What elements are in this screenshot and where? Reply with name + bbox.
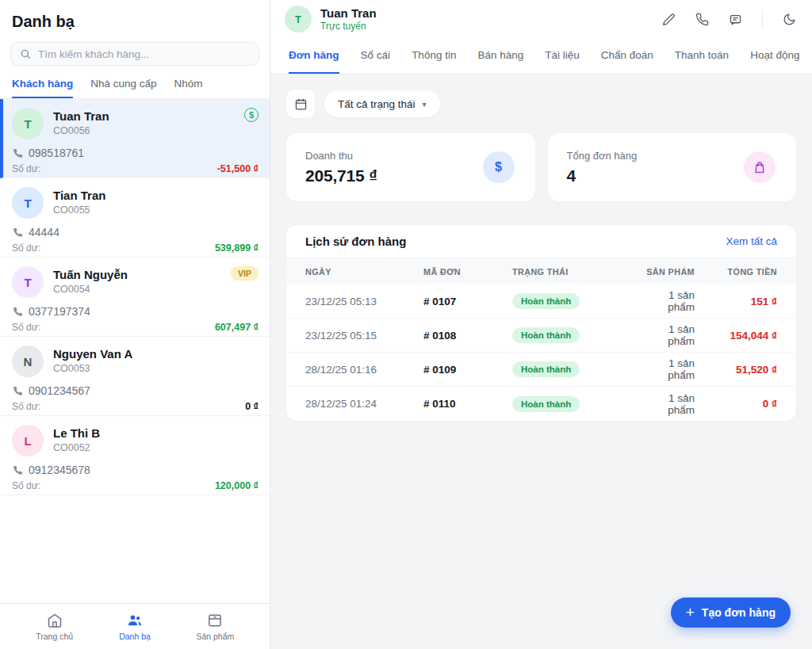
filter-row: Tất cả trạng thái ▾ [285, 89, 797, 119]
phone-icon [13, 148, 23, 158]
order-status: Hoàn thành [512, 396, 639, 412]
status-badge: Hoàn thành [512, 327, 580, 343]
customer-name: Tian Tran [53, 187, 105, 203]
customer-detail-panel: T Tuan Tran Trực tuyến Đơn hàng Sổ cái T… [270, 0, 812, 649]
nav-item-contacts[interactable]: Danh bạ [103, 613, 167, 641]
order-products: 1 sản phẩm [639, 323, 695, 347]
search-input[interactable] [38, 48, 250, 60]
customer-name: Nguyen Van A [53, 345, 132, 361]
order-total: 0 ₫ [695, 398, 777, 410]
tab-payments[interactable]: Thanh toán [675, 38, 729, 74]
order-status: Hoàn thành [512, 327, 639, 343]
customer-code: CO0053 [53, 363, 132, 374]
contacts-icon [127, 613, 143, 628]
phone-icon [13, 465, 23, 475]
message-icon[interactable] [729, 13, 742, 26]
order-history-title: Lịch sử đơn hàng [305, 235, 406, 248]
sidebar-tab-groups[interactable]: Nhóm [174, 78, 203, 98]
order-id: # 0107 [423, 296, 512, 307]
order-status: Hoàn thành [512, 293, 639, 309]
customer-code: CO0052 [53, 442, 100, 453]
view-all-link[interactable]: Xem tất cả [726, 235, 777, 247]
customer-balance: 0 ₫ [245, 401, 259, 412]
customer-balance: 539,899 ₫ [215, 242, 259, 254]
customer-name: Tuấn Nguyễn [53, 266, 128, 282]
shopping-bag-icon [744, 151, 776, 183]
customer-phone: 0377197374 [13, 305, 259, 318]
customer-balance: -51,500 ₫ [217, 163, 259, 174]
edit-icon[interactable] [662, 13, 676, 26]
tab-activity[interactable]: Hoạt động [750, 38, 799, 74]
sidebar-tab-customers[interactable]: Khách hàng [12, 78, 73, 98]
create-order-button[interactable]: + Tạo đơn hàng [671, 597, 791, 628]
order-date: 23/12/25 05:15 [305, 330, 423, 342]
product-box-icon [207, 613, 223, 628]
customer-code: CO0056 [53, 125, 109, 136]
revenue-card: Doanh thu 205,715 ₫ $ [285, 132, 536, 202]
customer-name: Le Thi B [53, 425, 100, 441]
nav-item-home[interactable]: Trang chủ [23, 613, 86, 641]
customer-avatar: T [12, 266, 44, 298]
contacts-sidebar: Danh bạ Khách hàng Nhà cung cấp Nhóm T T… [0, 0, 270, 649]
order-id: # 0110 [423, 398, 512, 410]
tab-documents[interactable]: Tài liệu [545, 38, 580, 74]
tab-orders[interactable]: Đơn hàng [289, 38, 339, 74]
customer-phone: 098518761 [13, 147, 259, 159]
date-filter-button[interactable] [285, 89, 316, 119]
order-products: 1 sản phẩm [639, 357, 695, 381]
nav-item-products[interactable]: Sản phẩm [183, 613, 247, 641]
chevron-down-icon: ▾ [423, 100, 427, 109]
sidebar-header: Danh bạ Khách hàng Nhà cung cấp Nhóm [0, 0, 270, 98]
order-id: # 0109 [423, 364, 512, 376]
customer-code: CO0055 [53, 204, 105, 216]
phone-icon [13, 307, 23, 317]
phone-icon [13, 386, 23, 396]
home-icon [47, 613, 63, 628]
status-badge: Hoàn thành [512, 361, 580, 377]
status-badge: Hoàn thành [512, 396, 580, 412]
order-total: 154,044 ₫ [695, 330, 777, 342]
customer-list-item[interactable]: T Tuan Tran CO0056 $ 098518761 Số dư: -5… [0, 99, 270, 178]
revenue-label: Doanh thu [305, 150, 377, 162]
tab-info[interactable]: Thông tin [412, 38, 456, 74]
customer-list-item[interactable]: T Tuấn Nguyễn CO0054 VIP 0377197374 Số d… [0, 258, 270, 337]
order-row[interactable]: 23/12/25 05:13 # 0107 Hoàn thành 1 sản p… [286, 284, 796, 319]
order-row[interactable]: 28/12/25 01:24 # 0110 Hoàn thành 1 sản p… [286, 387, 796, 421]
order-date: 28/12/25 01:16 [305, 364, 423, 376]
balance-label: Số dư: [12, 242, 40, 254]
customer-list-item[interactable]: L Le Thi B CO0052 0912345678 Số dư: 120,… [0, 416, 270, 495]
order-date: 28/12/25 01:24 [305, 398, 423, 410]
customer-list-item[interactable]: T Tian Tran CO0055 44444 Số dư: 539,899 … [0, 178, 270, 258]
calendar-icon [294, 97, 308, 111]
order-total: 151 ₫ [695, 296, 777, 307]
order-products: 1 sản phẩm [639, 392, 695, 416]
dark-mode-icon[interactable] [783, 13, 796, 26]
balance-label: Số dư: [12, 480, 40, 491]
phone-icon [13, 227, 23, 238]
customer-avatar: T [285, 6, 312, 32]
revenue-value: 205,715 ₫ [305, 166, 377, 185]
customer-balance: 607,497 ₫ [215, 322, 259, 333]
customer-balance: 120,000 ₫ [215, 480, 259, 491]
order-row[interactable]: 28/12/25 01:16 # 0109 Hoàn thành 1 sản p… [286, 353, 796, 387]
sidebar-tab-suppliers[interactable]: Nhà cung cấp [90, 78, 156, 98]
tab-sales[interactable]: Bán hàng [477, 38, 523, 74]
total-orders-card: Tổng đơn hàng 4 [547, 132, 798, 202]
orders-content: Tất cả trạng thái ▾ Doanh thu 205,715 ₫ … [270, 74, 812, 649]
status-filter-dropdown[interactable]: Tất cả trạng thái ▾ [324, 90, 441, 118]
search-box[interactable] [10, 42, 259, 66]
tab-diagnosis[interactable]: Chẩn đoán [601, 38, 653, 74]
customer-avatar: T [12, 187, 44, 219]
dollar-icon: $ [483, 151, 515, 183]
customer-name: Tuan Tran [320, 6, 377, 20]
order-row[interactable]: 23/12/25 05:15 # 0108 Hoàn thành 1 sản p… [286, 319, 796, 353]
detail-tab-bar: Đơn hàng Sổ cái Thông tin Bán hàng Tài l… [270, 38, 812, 74]
total-orders-value: 4 [567, 166, 638, 185]
customer-avatar: L [12, 425, 44, 456]
tab-ledger[interactable]: Sổ cái [361, 38, 391, 74]
customer-phone: 0912345678 [13, 464, 259, 476]
customer-list-item[interactable]: N Nguyen Van A CO0053 0901234567 Số dư: … [0, 337, 270, 416]
balance-label: Số dư: [12, 322, 40, 333]
call-icon[interactable] [695, 13, 709, 26]
order-status: Hoàn thành [512, 361, 639, 377]
